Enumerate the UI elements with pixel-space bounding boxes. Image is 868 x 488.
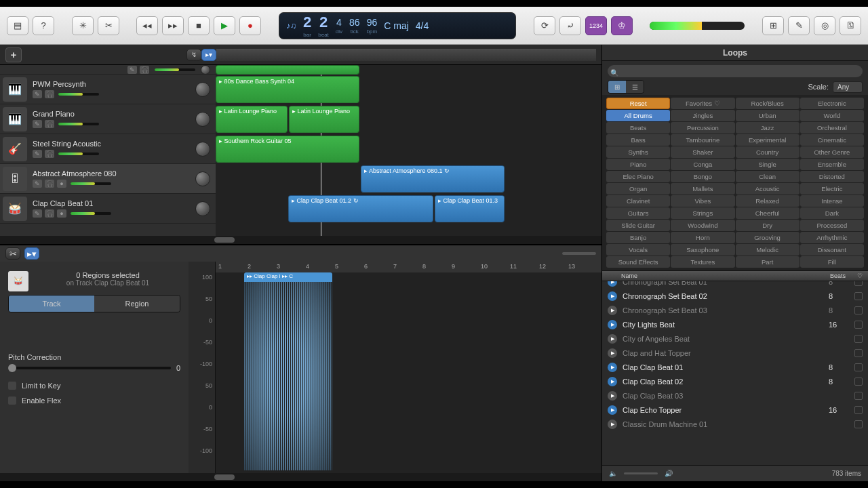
loop-category[interactable]: Mallets xyxy=(671,183,734,195)
loop-category[interactable]: Piano xyxy=(606,159,670,170)
track-row[interactable]: 🎛Abstract Atmosphere 080✎🎧● xyxy=(0,164,216,194)
rewind-button[interactable]: ◂◂ xyxy=(136,16,158,35)
fav-checkbox[interactable] xyxy=(854,392,863,400)
notepad-button[interactable]: ✎ xyxy=(788,16,810,35)
loop-search-input[interactable] xyxy=(608,65,863,77)
track-row[interactable]: ✎🎧 xyxy=(0,65,216,75)
loop-category[interactable]: Organ xyxy=(606,183,670,195)
loop-category[interactable]: Orchestral xyxy=(800,122,864,134)
fav-checkbox[interactable] xyxy=(854,306,863,314)
scissors-icon[interactable]: ✂ xyxy=(5,247,20,260)
loop-category[interactable]: Cheerful xyxy=(736,207,800,219)
volume-down-icon[interactable]: 🔈 xyxy=(609,470,617,477)
loop-category[interactable]: Slide Guitar xyxy=(606,220,670,231)
metronome-button[interactable]: ✳ xyxy=(72,16,94,35)
loop-category[interactable]: Vocals xyxy=(606,244,670,256)
play-icon[interactable]: ▶ xyxy=(608,281,617,287)
forward-button[interactable]: ▸▸ xyxy=(162,16,184,35)
loop-category[interactable]: Country xyxy=(736,146,800,158)
loop-category[interactable]: Urban xyxy=(736,110,800,121)
volume-slider[interactable] xyxy=(58,152,99,155)
rec-enable-button[interactable]: ● xyxy=(57,180,66,188)
loop-category[interactable]: Bongo xyxy=(671,171,734,182)
mute-button[interactable]: ✎ xyxy=(33,209,42,218)
fav-checkbox[interactable] xyxy=(854,292,863,300)
track-row[interactable]: 🎹Grand Piano✎🎧 xyxy=(0,104,216,134)
volume-slider[interactable] xyxy=(58,123,99,125)
loop-item[interactable]: ▶Chronograph Set Beat 018 xyxy=(602,281,868,289)
limit-to-key-checkbox[interactable] xyxy=(8,382,16,390)
play-button[interactable]: ▶ xyxy=(214,16,235,35)
fav-checkbox[interactable] xyxy=(854,281,863,286)
loop-category[interactable]: Experimental xyxy=(736,134,800,146)
loop-category[interactable]: Other Genre xyxy=(800,146,864,158)
pan-knob[interactable] xyxy=(201,65,210,75)
mute-button[interactable]: ✎ xyxy=(33,180,42,188)
pan-knob[interactable] xyxy=(195,171,210,186)
loop-category[interactable]: Relaxed xyxy=(736,195,800,207)
add-track-button[interactable]: + xyxy=(5,47,22,62)
region[interactable]: ▸ Latin Lounge Piano xyxy=(216,106,288,133)
loop-category[interactable]: Cinematic xyxy=(800,134,864,146)
loop-category[interactable]: Dark xyxy=(800,207,864,219)
loop-category[interactable]: Banjo xyxy=(606,232,670,243)
tuner-button[interactable]: ✂ xyxy=(98,16,119,35)
fav-checkbox[interactable] xyxy=(854,321,863,329)
volume-slider[interactable] xyxy=(58,93,99,96)
track-row[interactable]: 🎸Steel String Acoustic✎🎧 xyxy=(0,134,216,164)
catch-playhead-button[interactable]: ▸▾ xyxy=(201,49,216,61)
loop-item[interactable]: ▶Classic Drum Machine 01 xyxy=(602,417,868,431)
loop-item[interactable]: ▶Clap Clap Beat 028 xyxy=(602,374,868,388)
library-button[interactable]: ▤ xyxy=(7,16,28,35)
loop-category[interactable]: Dry xyxy=(736,220,800,231)
loop-category[interactable]: Jingles xyxy=(671,110,734,121)
loop-category[interactable]: All Drums xyxy=(606,110,670,121)
loop-browser-button[interactable]: ◎ xyxy=(814,16,835,35)
play-icon[interactable]: ▶ xyxy=(608,306,617,315)
loop-category[interactable]: Distorted xyxy=(800,171,864,182)
editor-button[interactable]: ⊞ xyxy=(762,16,784,35)
play-icon[interactable]: ▶ xyxy=(608,320,617,329)
loop-category[interactable]: Tambourine xyxy=(671,134,734,146)
loop-category[interactable]: Electric xyxy=(800,183,864,195)
tab-region[interactable]: Region xyxy=(94,296,180,312)
help-button[interactable]: ? xyxy=(33,16,54,35)
fav-checkbox[interactable] xyxy=(854,349,863,357)
loop-category[interactable]: Fill xyxy=(800,256,864,268)
loop-item[interactable]: ▶City of Angeles Beat xyxy=(602,331,868,346)
solo-button[interactable]: 🎧 xyxy=(45,180,54,188)
loop-item[interactable]: ▶Clap Clap Beat 03 xyxy=(602,388,868,403)
loop-category[interactable]: Melodic xyxy=(736,244,800,256)
stop-button[interactable]: ■ xyxy=(188,16,210,35)
region[interactable]: ▸ 80s Dance Bass Synth 04 xyxy=(216,76,359,103)
region[interactable] xyxy=(216,65,359,75)
countin-button[interactable]: 1234 xyxy=(585,16,607,35)
loop-item[interactable]: ▶Clap and Hat Topper xyxy=(602,346,868,360)
loop-category[interactable]: Favorites ♡ xyxy=(671,98,734,109)
waveform[interactable] xyxy=(244,282,332,470)
loop-category[interactable]: World xyxy=(800,110,864,121)
play-icon[interactable]: ▶ xyxy=(608,420,617,429)
region[interactable]: ▸ Clap Clap Beat 01.3 xyxy=(435,195,505,222)
pan-knob[interactable] xyxy=(195,112,210,127)
editor-h-scrollbar[interactable] xyxy=(214,474,235,480)
solo-button[interactable]: 🎧 xyxy=(45,209,54,218)
loop-item[interactable]: ▶City Lights Beat16 xyxy=(602,317,868,331)
timeline-ruler[interactable] xyxy=(216,49,596,61)
editor-region-header[interactable]: ▸▸ Clap Clap I ▸▸ C xyxy=(244,272,332,282)
loop-category[interactable]: Part xyxy=(736,256,800,268)
automation-button[interactable]: ↯ xyxy=(186,49,201,61)
loop-category[interactable]: Strings xyxy=(671,207,734,219)
fav-checkbox[interactable] xyxy=(854,420,863,428)
loop-category[interactable]: Shaker xyxy=(671,146,734,158)
preview-volume-slider[interactable] xyxy=(624,472,658,474)
pan-knob[interactable] xyxy=(195,201,210,216)
loop-item[interactable]: ▶Chronograph Set Beat 038 xyxy=(602,303,868,317)
loop-category[interactable]: Conga xyxy=(671,159,734,170)
play-icon[interactable]: ▶ xyxy=(608,348,617,358)
pan-knob[interactable] xyxy=(195,82,210,97)
volume-slider[interactable] xyxy=(71,182,111,185)
arrange-area[interactable]: 12345▸ 80s Dance Bass Synth 04▸ Latin Lo… xyxy=(216,65,601,236)
region[interactable]: ▸ Latin Lounge Piano xyxy=(289,106,359,133)
volume-slider[interactable] xyxy=(71,212,111,215)
